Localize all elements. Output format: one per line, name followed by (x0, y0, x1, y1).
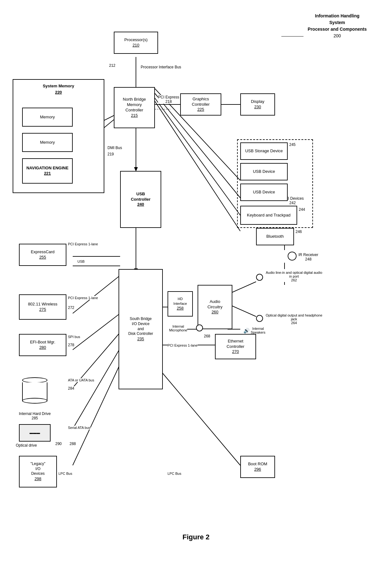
audio-circuitry-box: AudioCircuitry 260 (198, 285, 232, 329)
pci-express-label: PCI Express 218 (158, 95, 179, 104)
optical-out-label: Optical digital output and headphone jac… (266, 313, 322, 325)
system-memory-num: 220 (55, 90, 62, 95)
ethernet-box: EthernetController 270 (215, 334, 256, 359)
north-bridge-num: 215 (131, 113, 138, 118)
ref-290: 290 (55, 442, 62, 446)
graphics-num: 225 (197, 107, 204, 112)
wifi-pci-label: PCI Express 1-lane (68, 296, 98, 300)
cylinder-body (22, 382, 47, 401)
nav-engine-label: NAVIGATION ENGINE (26, 166, 68, 171)
optical-out-icon (256, 315, 263, 322)
ref-212: 212 (109, 63, 115, 68)
wireless-box: 802.11 Wireless 275 (19, 294, 66, 320)
efi-label: EFI-Boot Mgr. (30, 340, 55, 345)
hd-interface-num: 258 (177, 306, 184, 311)
north-bridge-box: North BridgeMemoryController 215 (114, 87, 155, 128)
svg-line-18 (73, 313, 120, 350)
hard-drive-cylinder (19, 370, 51, 408)
hard-drive-label: Internal Hard Drive 285 (16, 411, 54, 420)
bluetooth-num: 246 (296, 229, 302, 234)
expresscard-label: ExpressCard (31, 249, 54, 255)
optical-label: Optical drive (16, 443, 37, 448)
efi-boot-box: EFI-Boot Mgr. 280 (19, 334, 66, 356)
ref-284: 284 (68, 386, 74, 391)
memory2-label: Memory (40, 140, 55, 145)
usb-device2-label: USB Device (253, 190, 275, 195)
usb-controller-box: USBController 240 (120, 171, 161, 228)
optical-drive-slots: ▬▬▬ (30, 430, 40, 435)
usb-controller-label: USBController (131, 192, 150, 202)
audio-label: AudioCircuitry (207, 299, 223, 310)
title-num: 200 (308, 33, 367, 39)
legacy-num: 298 (34, 476, 41, 482)
memory1-label: Memory (40, 115, 55, 120)
processor-label: Processor(s) (124, 37, 148, 43)
south-bridge-num: 235 (137, 336, 144, 342)
bluetooth-label: Bluetooth (266, 234, 284, 239)
wireless-label: 802.11 Wireless (28, 302, 57, 307)
usb-storage-label: USB Storage Device (245, 148, 283, 154)
svg-line-20 (73, 348, 120, 429)
usb-storage-box: USB Storage Device (240, 142, 288, 160)
usb-device2-box: USB Device (240, 184, 288, 201)
system-memory-label: System Memory (43, 84, 74, 89)
ethernet-label: EthernetController (227, 339, 244, 349)
hd-interface-box: HDInterface 258 (168, 291, 193, 317)
figure-caption: Figure 2 (0, 527, 392, 548)
eth-pci-label: PCI Express 1-lane (168, 343, 198, 347)
cylinder-bottom-ellipse (22, 398, 47, 404)
memory1-box: Memory (22, 108, 73, 127)
optical-drive-box: ▬▬▬ (19, 424, 51, 442)
audio-line-in-icon (256, 274, 263, 281)
ethernet-num: 270 (232, 349, 239, 355)
internal-speakers-icon: 🔊 (243, 328, 250, 334)
expresscard-box: ExpressCard 255 (19, 244, 66, 266)
south-bridge-label: South BridgeI/O DeviceandDisk Controller (128, 317, 153, 336)
bluetooth-box: Bluetooth (256, 228, 294, 245)
usb-device1-label: USB Device (253, 169, 275, 174)
svg-line-24 (155, 364, 240, 465)
mic-num: 268 (204, 334, 210, 338)
internal-mic-label: InternalMicrophone (169, 324, 187, 332)
display-box: Display 230 (240, 93, 275, 116)
expresscard-num: 255 (39, 255, 46, 260)
nav-engine-box: NAVIGATION ENGINE 221 (22, 158, 73, 184)
hd-interface-label: HDInterface (174, 297, 187, 306)
title-line1: Information Handling (308, 13, 367, 19)
keyboard-num: 244 (299, 207, 305, 212)
south-bridge-box: South BridgeI/O DeviceandDisk Controller… (119, 269, 163, 389)
legacy-io-box: "Legacy"I/ODevices 298 (19, 456, 57, 487)
ata-label: ATA or UATA bus (68, 378, 94, 382)
lpc-right-label: LPC Bus (168, 472, 181, 475)
ref-278: 278 (68, 343, 74, 347)
title-line2: System (308, 19, 367, 26)
internal-speakers-label: InternalSpeakers (251, 327, 265, 334)
title-line3: Processor and Components (308, 26, 367, 33)
ec-pci-label: PCI Express 1-lane (68, 242, 98, 246)
usb-device1-box: USB Device (240, 163, 288, 180)
ir-receiver-icon (288, 252, 297, 261)
usb-storage-num: 245 (289, 142, 296, 147)
svg-line-12 (155, 101, 240, 231)
ref-272: 272 (68, 305, 74, 310)
memory2-box: Memory (22, 133, 73, 152)
diagram: Information Handling System Processor an… (0, 0, 392, 554)
ec-usb-label: USB (77, 260, 85, 263)
processor-box: Processor(s) 210 (114, 32, 158, 54)
usb-controller-num: 240 (137, 202, 144, 207)
ir-receiver-label: IR Receiver 248 (298, 253, 318, 261)
display-num: 230 (254, 104, 261, 110)
svg-line-17 (73, 275, 120, 313)
boot-rom-num: 296 (254, 467, 261, 472)
keyboard-label: Keyboard and Trackpad (247, 213, 291, 218)
north-bridge-label: North BridgeMemoryController (123, 97, 146, 113)
svg-line-11 (155, 98, 240, 215)
spi-label: SPI bus (68, 335, 80, 339)
boot-rom-label: Boot ROM (248, 462, 267, 467)
boot-rom-box: Boot ROM 296 (240, 456, 275, 478)
keyboard-box: Keyboard and Trackpad (240, 206, 297, 225)
wireless-num: 275 (39, 307, 46, 312)
processor-num: 210 (132, 43, 139, 48)
nav-engine-num: 221 (44, 171, 51, 176)
ref-288: 288 (70, 442, 76, 446)
